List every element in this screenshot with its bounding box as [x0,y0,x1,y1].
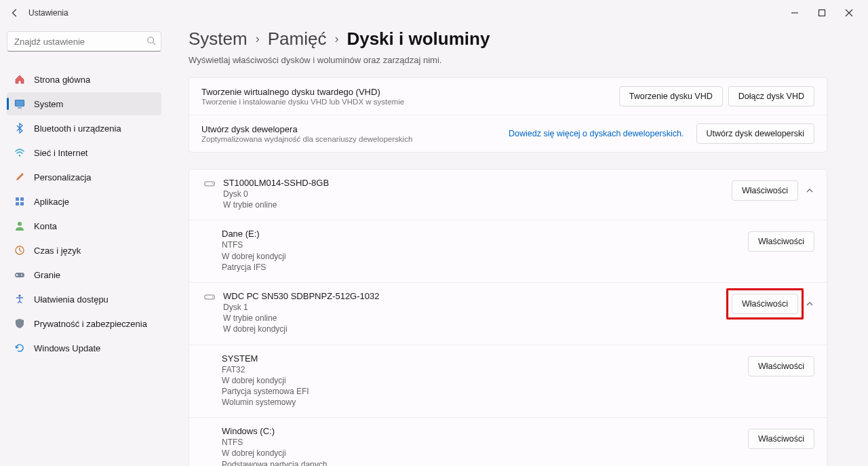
nav-item-privacy[interactable]: Prywatność i zabezpieczenia [7,312,161,335]
volume-row: Windows (C:) NTFSW dobrej kondycjiPodsta… [189,417,827,466]
minimize-button[interactable] [781,3,808,23]
nav-item-gaming[interactable]: Granie [7,263,161,286]
breadcrumb-system[interactable]: System [189,28,248,50]
svg-line-3 [153,43,156,45]
access-icon [14,293,26,305]
svg-point-14 [21,275,22,276]
properties-button[interactable]: Właściwości [748,231,814,252]
brush-icon [14,171,26,183]
bluetooth-icon [14,122,26,134]
close-button[interactable] [835,3,863,23]
chevron-up-icon[interactable] [805,186,814,195]
chevron-right-icon: › [334,32,338,46]
volume-name: SYSTEM [222,353,748,364]
svg-point-19 [212,296,214,298]
shield-icon [14,317,26,330]
properties-button[interactable]: Właściwości [748,429,814,449]
nav-label: Strona główna [34,75,90,85]
volume-name: Windows (C:) [222,426,748,436]
nav-label: Czas i język [34,246,81,256]
search-icon [146,36,156,45]
content-area: System › Pamięć › Dyski i woluminy Wyświ… [168,26,868,466]
disk-list: ST1000LM014-SSHD-8GB Dysk 0W trybie onli… [189,169,827,466]
svg-point-17 [212,183,214,185]
svg-point-11 [18,222,22,226]
dev-card: Utwórz dysk dewelopera Zoptymalizowana w… [189,115,827,152]
svg-rect-1 [819,10,825,16]
dev-title: Utwórz dysk dewelopera [201,124,509,134]
nav-item-home[interactable]: Strona główna [7,68,161,91]
app-title: Ustawienia [28,8,68,18]
properties-button[interactable]: Właściwości [732,180,798,201]
chevron-right-icon: › [256,32,260,46]
volume-name: Dane (E:) [222,229,748,239]
nav-item-accessibility[interactable]: Ułatwienia dostępu [7,288,161,311]
volume-meta: FAT32W dobrej kondycjiPartycja systemowa… [222,364,748,408]
search-box [7,31,161,52]
breadcrumb-storage[interactable]: Pamięć [268,28,327,50]
breadcrumb: System › Pamięć › Dyski i woluminy [189,28,827,50]
nav-item-update[interactable]: Windows Update [7,336,161,360]
nav-item-bluetooth[interactable]: Bluetooth i urządzenia [7,117,161,140]
nav-item-time[interactable]: Czas i język [7,239,161,262]
nav-label: Sieć i Internet [34,148,88,158]
volume-row: SYSTEM FAT32W dobrej kondycjiPartycja sy… [189,345,827,418]
nav-label: Personalizacja [34,172,92,182]
vhd-title: Tworzenie wirtualnego dysku twardego (VH… [201,87,619,97]
dev-learn-more-link[interactable]: Dowiedz się więcej o dyskach dewelopersk… [509,129,684,138]
svg-rect-4 [16,100,24,106]
volume-row: Dane (E:) NTFSW dobrej kondycjiPatrycja … [189,220,827,282]
nav-label: System [34,99,63,109]
create-vhd-button[interactable]: Tworzenie dysku VHD [619,86,723,106]
disk-meta: Dysk 1W trybie onlineW dobrej kondycji [223,302,732,335]
chevron-up-icon[interactable] [805,299,814,309]
apps-icon [14,195,26,208]
titlebar: Ustawienia [0,0,868,26]
disk-row: ST1000LM014-SSHD-8GB Dysk 0W trybie onli… [189,170,827,220]
back-button[interactable] [5,3,24,22]
volume-meta: NTFSW dobrej kondycjiPatrycja IFS [222,239,748,273]
properties-button[interactable]: Właściwości [748,356,814,376]
volume-meta: NTFSW dobrej kondycjiPodstawowa partycja… [222,437,748,466]
svg-point-6 [19,155,20,156]
nav-item-network[interactable]: Sieć i Internet [7,141,161,164]
system-icon [14,98,26,110]
game-icon [14,269,26,281]
create-dev-disk-button[interactable]: Utwórz dysk deweloperski [696,123,815,144]
disk-name: WDC PC SN530 SDBPNPZ-512G-1032 [223,291,732,301]
maximize-button[interactable] [808,3,835,23]
nav-label: Windows Update [34,343,100,353]
breadcrumb-current: Dyski i woluminy [347,28,490,50]
nav-label: Aplikacje [34,197,69,207]
home-icon [14,73,26,85]
drive-icon [201,294,218,300]
svg-rect-10 [20,202,24,206]
nav-label: Konta [34,221,57,231]
nav-item-accounts[interactable]: Konta [7,214,161,237]
nav-item-apps[interactable]: Aplikacje [7,190,161,213]
wifi-icon [14,147,26,159]
attach-vhd-button[interactable]: Dołącz dysk VHD [728,86,814,106]
disk-meta: Dysk 0W trybie online [223,189,732,210]
svg-point-15 [18,294,21,297]
disk-row: WDC PC SN530 SDBPNPZ-512G-1032 Dysk 1W t… [189,282,827,345]
disk-name: ST1000LM014-SSHD-8GB [223,178,732,188]
nav-label: Bluetooth i urządzenia [34,123,121,134]
nav-label: Granie [34,270,60,280]
page-subtitle: Wyświetlaj właściwości dysków i woluminó… [189,55,827,65]
vhd-card: Tworzenie wirtualnego dysku twardego (VH… [189,78,827,115]
top-cards: Tworzenie wirtualnego dysku twardego (VH… [189,77,827,153]
svg-rect-9 [16,202,19,206]
nav-label: Ułatwienia dostępu [34,294,108,305]
person-icon [14,220,26,232]
sidebar: Strona głównaSystemBluetooth i urządzeni… [0,26,168,466]
vhd-sub: Tworzenie i instalowanie dysku VHD lub V… [201,98,619,106]
drive-icon [201,180,218,187]
update-icon [14,342,26,354]
svg-rect-7 [16,197,19,201]
search-input[interactable] [7,31,161,52]
nav-item-personalize[interactable]: Personalizacja [7,166,161,189]
svg-rect-8 [20,197,24,201]
nav-item-system[interactable]: System [7,92,161,115]
dev-sub: Zoptymalizowana wydajność dla scenariusz… [201,135,509,143]
